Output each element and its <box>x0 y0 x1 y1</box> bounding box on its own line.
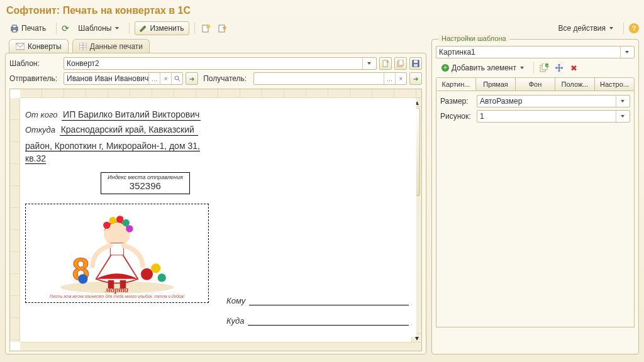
dropdown-icon[interactable] <box>620 47 631 58</box>
table-icon <box>79 43 87 50</box>
ruler-vertical <box>10 98 20 342</box>
envelope-preview: ▴ ▾ От кого ИП Барилко Виталий Викторови… <box>9 89 422 351</box>
edit-label: Изменить <box>150 24 184 33</box>
template-select[interactable]: Конверт2 <box>64 57 377 70</box>
tab-image[interactable]: Картин... <box>436 78 476 90</box>
edit-button[interactable]: Изменить <box>135 21 189 35</box>
plus-icon: + <box>441 64 449 72</box>
picture-value: 1 <box>480 112 616 121</box>
from-where-value[interactable]: Краснодарский край, Кавказский <box>60 124 198 136</box>
ruler-horizontal <box>20 89 421 98</box>
separator <box>56 23 57 34</box>
tab-position[interactable]: Полож... <box>555 78 595 90</box>
from-whom-value[interactable]: ИП Барилко Виталий Викторович <box>62 109 201 121</box>
to-block: Кому Куда <box>226 294 409 334</box>
to-whom-value[interactable] <box>249 294 409 305</box>
tab-print-data[interactable]: Данные печати <box>72 39 150 53</box>
template-action-2[interactable] <box>394 57 407 70</box>
chevron-down-icon <box>115 27 119 30</box>
from-where-rest[interactable]: район, Кропоткин г, Микрорайон-1, дом 31… <box>25 140 220 165</box>
copy-button[interactable]: + <box>538 62 550 74</box>
delete-button[interactable]: ✖ <box>568 62 580 74</box>
ellipsis-button[interactable]: … <box>148 73 160 84</box>
pencil-icon <box>140 25 147 32</box>
recipient-go[interactable]: ➔ <box>409 72 422 85</box>
printer-icon <box>10 24 19 33</box>
template-save[interactable] <box>409 57 422 70</box>
svg-line-19 <box>178 79 180 81</box>
move-button[interactable] <box>553 62 565 74</box>
main-tabbar: Конверты Данные печати <box>5 39 426 53</box>
chevron-down-icon <box>609 27 613 30</box>
ellipsis-button[interactable]: … <box>384 73 395 84</box>
tab-envelopes[interactable]: Конверты <box>9 39 69 53</box>
templates-button[interactable]: Шаблоны <box>73 21 124 35</box>
tab-config[interactable]: Настро... <box>595 78 634 90</box>
add-element-button[interactable]: + Добавить элемент <box>436 61 530 75</box>
postal-index-box[interactable]: Индекс места отправления 352396 <box>101 172 190 194</box>
templates-label: Шаблоны <box>78 24 111 33</box>
help-icon[interactable]: ? <box>629 23 639 33</box>
copy-icon: + <box>540 63 548 72</box>
to-whom-label: Кому <box>226 296 245 305</box>
refresh-icon[interactable]: ⟳ <box>62 23 69 33</box>
svg-point-22 <box>103 222 110 229</box>
svg-text:Пусть эта весна принесет для т: Пусть эта весна принесет для тебя много … <box>50 294 185 298</box>
dropdown-icon[interactable] <box>362 58 374 69</box>
to-where-label: Куда <box>226 316 244 326</box>
svg-point-33 <box>78 274 87 283</box>
tool-icon-1[interactable] <box>200 22 213 35</box>
index-value: 352396 <box>108 180 183 191</box>
arrows-icon <box>555 63 564 72</box>
template-action-1[interactable]: + <box>379 57 392 70</box>
dropdown-icon[interactable] <box>616 96 627 107</box>
tab-line[interactable]: Прямая <box>476 78 516 90</box>
recipient-label: Получатель: <box>203 74 251 83</box>
magnifier-icon <box>174 75 180 82</box>
tab-bg[interactable]: Фон <box>516 78 555 90</box>
sender-label: Отправитель: <box>9 74 61 83</box>
image-select[interactable]: Картинка1 <box>436 46 635 58</box>
sender-swap[interactable]: ➔ <box>186 72 198 85</box>
svg-point-26 <box>126 225 133 232</box>
doc-plus-icon: + <box>382 60 389 67</box>
ruler-bottom <box>20 342 421 351</box>
svg-text:+: + <box>546 63 548 67</box>
template-settings-panel: Настройки шаблона Картинка1 + Добавить э… <box>431 39 639 354</box>
image-placeholder[interactable]: 8 марта Пусть эта весна принесет для теб… <box>25 204 209 303</box>
svg-point-31 <box>141 268 153 280</box>
diskette-icon <box>412 60 419 67</box>
window-title: Софтонит: Печать на конвертах в 1С <box>5 3 639 20</box>
from-whom-label: От кого <box>25 110 57 119</box>
from-block: От кого ИП Барилко Виталий Викторович От… <box>25 109 220 165</box>
clear-button[interactable]: × <box>395 73 406 84</box>
picture-select[interactable]: 1 <box>477 110 630 123</box>
lookup-button[interactable] <box>171 73 182 84</box>
recipient-input[interactable]: … × <box>253 72 407 85</box>
template-value: Конверт2 <box>67 59 362 68</box>
picture-label: Рисунок: <box>440 112 474 121</box>
tool-icon-2[interactable] <box>216 22 229 35</box>
tab-print-data-label: Данные печати <box>90 42 143 51</box>
dropdown-icon[interactable] <box>616 111 627 122</box>
sheet-sun-icon <box>202 24 211 33</box>
print-button[interactable]: Печать <box>5 21 51 35</box>
envelope: От кого ИП Барилко Виталий Викторович От… <box>20 98 416 337</box>
canvas[interactable]: От кого ИП Барилко Виталий Викторович От… <box>20 98 421 342</box>
to-where-value[interactable] <box>248 314 409 326</box>
separator <box>194 23 195 34</box>
envelope-icon <box>16 43 25 50</box>
sender-value: Иванов Иван Иванович <box>67 74 148 83</box>
size-value: АвтоРазмер <box>480 97 616 106</box>
all-actions-button[interactable]: Все действия <box>553 21 618 35</box>
svg-rect-14 <box>399 60 403 65</box>
settings-inner-tabs: Картин... Прямая Фон Полож... Настро... <box>436 77 635 91</box>
size-select[interactable]: АвтоРазмер <box>477 95 630 107</box>
properties-panel: Размер: АвтоРазмер Рисунок: 1 <box>436 91 635 327</box>
sender-input[interactable]: Иванов Иван Иванович … × <box>64 72 183 85</box>
clear-button[interactable]: × <box>160 73 171 84</box>
docs-icon <box>397 60 404 67</box>
march8-image-icon: 8 марта Пусть эта весна принесет для теб… <box>36 209 198 299</box>
separator <box>623 23 624 34</box>
separator <box>129 23 130 34</box>
